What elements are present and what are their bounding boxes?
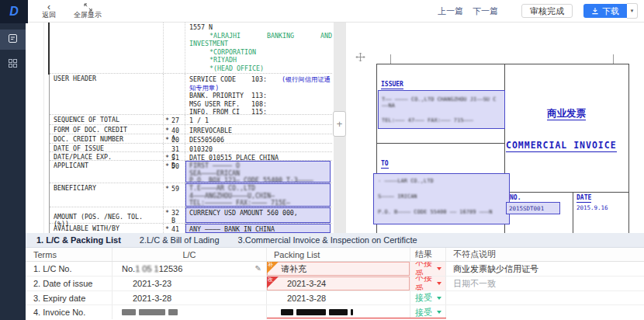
page-tick (390, 54, 391, 64)
app: D ‹ 返回 全屏显示 上一篇 下一篇 审核完成 下载 ▾ (0, 0, 644, 320)
grid-icon (8, 57, 18, 71)
term-cell: 4. Invoice No. (26, 305, 113, 319)
note-cell[interactable]: 商业发票缺少信用证号 (446, 262, 644, 276)
field-label: DATE OF ISSUE (50, 144, 164, 151)
download-label: 下载 (602, 5, 619, 17)
result-select[interactable]: 不接受 (410, 277, 446, 290)
document-icon (8, 33, 18, 47)
beneficiary-highlight: T.E————AR CO.,LTD 4———ANGZHOU————U,CHIN—… (185, 183, 331, 207)
edit-icon[interactable]: ✎ (255, 264, 261, 273)
col-terms: Terms (26, 248, 113, 261)
term-cell: 2. Date of issue (26, 277, 113, 290)
bank-name-line5: *(HEAD OFFICE) (209, 64, 332, 73)
swift-row: DATE OF ISSUE 31 C 010320 (50, 144, 332, 152)
field-tag: *31 D (164, 152, 185, 160)
lc-value-redacted (113, 305, 267, 319)
seal-note-2: 知专用章) (189, 84, 332, 92)
field-tag (164, 22, 185, 73)
issuer-to-divider (376, 143, 505, 144)
download-more-button[interactable]: ▾ (627, 3, 638, 19)
available-highlight: ANY ———— BANK IN CHINA (185, 224, 331, 233)
packing-list-cell: 补 请补充 (267, 262, 410, 276)
field-label: BENEFICIARY (50, 183, 164, 207)
field-value: DATE 010515 PLACE CHINA (185, 152, 332, 160)
field-value: 010320 (185, 144, 332, 151)
field-label: FORM OF DOC. CREDIT (50, 125, 164, 134)
field-value: T.E————AR CO.,LTD 4———ANGZHOU————U,CHIN—… (185, 183, 332, 207)
fullscreen-button[interactable]: 全屏显示 (70, 3, 106, 19)
note-cell[interactable] (446, 291, 644, 304)
swift-row-intro: 1557 N *ALRAJHIBANKINGAND INVESTMENT *CO… (50, 22, 332, 74)
field-label: DOC. CREDIT NUMBER (50, 134, 164, 143)
page-border-top (376, 64, 628, 64)
field-label: AMOUNT (POS. /NEG. TOL. (%)) (50, 207, 164, 223)
bank-priority-line: BANK. PRIORITY113: (189, 92, 332, 100)
field-tag: *20 (164, 134, 185, 143)
logo-icon: D (9, 5, 19, 19)
sidebar-item-documents[interactable] (0, 30, 26, 50)
review-complete-button[interactable]: 审核完成 (521, 4, 573, 18)
field-value: IRREVOCABLE (185, 125, 332, 134)
back-button[interactable]: ‹ 返回 (36, 3, 62, 19)
service-code-line: SERVICE CODE103: (银行间信用证通 (189, 75, 332, 84)
topbar: ‹ 返回 全屏显示 上一篇 下一篇 审核完成 下载 ▾ (28, 0, 644, 23)
swift-row: DATE/PLACE EXP. *31 D DATE 010515 PLACE … (50, 152, 332, 161)
field-label: APPLICANT (50, 161, 164, 183)
no-date-divider (573, 192, 573, 233)
field-label: AVAILABLE WITH/BY (50, 224, 164, 233)
field-value: CURRENCY USD AMOUNT 560 000, (185, 207, 332, 223)
lc-value-cell: 2021-3-28 (113, 291, 267, 304)
chevron-down-icon (437, 267, 441, 270)
col-packing-list: Packing List (267, 248, 410, 261)
prev-article-button[interactable]: 上一篇 (438, 5, 463, 17)
result-select[interactable]: 不接受 (410, 262, 446, 276)
plus-icon: + (337, 118, 343, 130)
field-label: USER HEADER (50, 74, 164, 114)
bank-name-line2: INVESTMENT (189, 40, 332, 48)
swift-row-user-header: USER HEADER SERVICE CODE103: (银行间信用证通 知专… (50, 74, 332, 115)
download-icon (591, 7, 599, 15)
field-label (50, 22, 164, 73)
packing-list-cell: 改 2021-3-24 (267, 277, 410, 290)
note-cell[interactable]: 日期不一致 (446, 277, 644, 290)
swift-message-table: 1557 N *ALRAJHIBANKINGAND INVESTMENT *CO… (49, 22, 332, 233)
swift-row: DOC. CREDIT NUMBER *20 DES505606 (50, 134, 332, 144)
chevron-down-icon (437, 282, 441, 285)
move-handle-icon[interactable] (355, 51, 365, 65)
compare-tabbar: 1. L/C & Packing List 2.L/C & Bill of La… (26, 233, 644, 248)
tab-lc-bill-of-lading[interactable]: 2.L/C & Bill of Lading (140, 235, 220, 245)
term-cell: 3. Expiry date (26, 291, 113, 304)
zoom-in-button[interactable]: + (333, 111, 346, 137)
invoice-no-value: 2015SDT001 (506, 202, 560, 214)
field-label: SEQUENCE OF TOTAL (50, 115, 164, 124)
swift-row: FORM OF DOC. CREDIT *40 A IRREVOCABLE (50, 125, 332, 134)
result-select[interactable]: 接受 (410, 291, 446, 304)
field-tag: *40 A (164, 125, 185, 134)
intro-line: 1557 N (189, 23, 332, 32)
field-value: SERVICE CODE103: (银行间信用证通 知专用章) BANK. PR… (185, 74, 332, 114)
caret-down-icon: ▾ (631, 8, 634, 14)
tab-commercial-invoice-inspection[interactable]: 3.Commercial Invoice & Inspection on Cer… (238, 235, 417, 245)
swift-row-available: AVAILABLE WITH/BY *41 D ANY ———— BANK IN… (50, 224, 332, 233)
next-article-button[interactable]: 下一篇 (473, 5, 498, 17)
doc-scroll-thumb[interactable] (48, 22, 50, 75)
field-tag: *41 D (164, 224, 185, 233)
to-label: TO (381, 160, 389, 169)
tab-lc-packing-list[interactable]: 1. L/C & Packing List (36, 235, 121, 245)
col-lc: L/C (113, 248, 267, 261)
lc-value-cell[interactable]: No.1 05 112536 ✎ (113, 262, 267, 276)
field-value: 1557 N *ALRAJHIBANKINGAND INVESTMENT *CO… (185, 22, 332, 73)
bank-name-line3: *CORPORATION (209, 48, 332, 57)
page-tick (613, 54, 614, 64)
panel-divider (43, 22, 44, 233)
chevron-down-icon (437, 311, 441, 314)
note-cell[interactable] (446, 305, 644, 319)
download-button[interactable]: 下载 (583, 4, 627, 18)
invoice-en-title: COMMERCIAL INVOICE (506, 140, 617, 152)
amount-highlight: CURRENCY USD AMOUNT 560 000, (185, 207, 331, 223)
field-tag: *50 (164, 161, 185, 183)
msg-user-ref-line: MSG USER REF.108: (189, 100, 332, 109)
sidebar-item-apps[interactable] (0, 54, 26, 75)
page-border-right (628, 64, 629, 233)
field-value: FIRST ————— O SEA————ERICAN P.O. BOX 123… (185, 161, 332, 183)
